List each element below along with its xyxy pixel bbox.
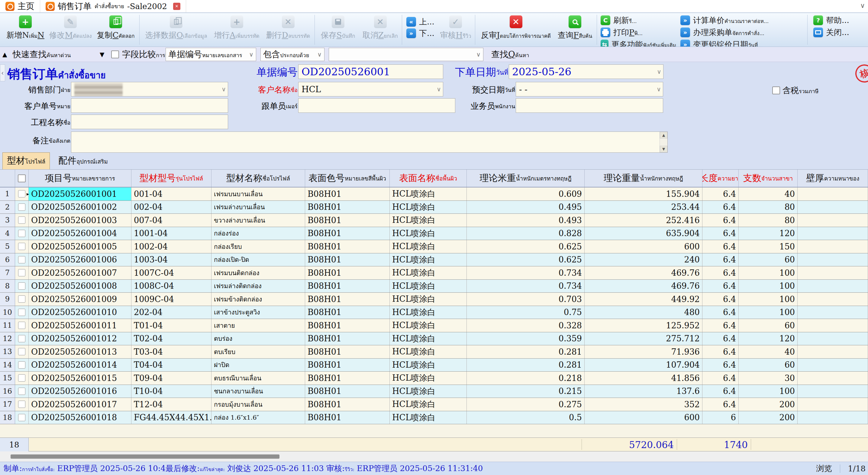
cell-qty[interactable]: 100 bbox=[739, 280, 798, 293]
create-purchase-order-button[interactable]: » 办理采购单จัดการคำสั่ง... bbox=[680, 27, 807, 38]
cell-length[interactable]: 6 bbox=[703, 411, 739, 424]
row-checkbox[interactable] bbox=[15, 293, 29, 306]
cell-model[interactable]: T01-04 bbox=[131, 319, 212, 332]
row-checkbox[interactable] bbox=[15, 254, 29, 266]
remark-scrollbar[interactable]: ▲ ▼ bbox=[659, 132, 668, 152]
cell-color[interactable]: B08H01 bbox=[305, 293, 390, 306]
cell-color[interactable]: B08H01 bbox=[305, 345, 390, 358]
cell-length[interactable]: 6.4 bbox=[703, 187, 739, 201]
table-row[interactable]: 12OD20250526001012T02-04ตบร่องB08H01HCL喷… bbox=[0, 332, 868, 346]
cell-length[interactable]: 6.4 bbox=[703, 227, 739, 240]
table-row[interactable]: 5OD202505260010051002-04กล่องเรียบB08H01… bbox=[0, 240, 868, 254]
cell-qty[interactable]: 30 bbox=[739, 372, 798, 385]
table-row[interactable]: 13OD20250526001013T03-04ตบเรียบB08H01HCL… bbox=[0, 345, 868, 359]
cancel-button[interactable]: ✕ 取消Zยกเลิก bbox=[361, 16, 399, 40]
table-row[interactable]: 18OD20250526001018FG44.45X44.45X1.2กล่อง… bbox=[0, 411, 868, 424]
table-row[interactable]: 11OD20250526001011T01-04เสาตายB08H01HCL喷… bbox=[0, 319, 868, 332]
row-checkbox[interactable] bbox=[15, 306, 29, 319]
cell-length[interactable]: 6.4 bbox=[703, 332, 739, 345]
cell-wall-thickness[interactable] bbox=[798, 280, 868, 293]
cell-name[interactable]: ตบธรณีบานเลื่อน bbox=[212, 372, 305, 385]
cell-color[interactable]: B08H01 bbox=[305, 227, 390, 240]
cell-weight[interactable]: 635.904 bbox=[585, 227, 703, 240]
table-row[interactable]: 14OD20250526001014T04-04ฝาปิดB08H01HCL喷涂… bbox=[0, 359, 868, 372]
cell-color[interactable]: B08H01 bbox=[305, 240, 390, 253]
cell-item[interactable]: OD20250526001001 bbox=[29, 187, 131, 201]
print-button[interactable]: 打印Pพิ... bbox=[600, 27, 676, 38]
cell-surface[interactable]: HCL喷涂白 bbox=[390, 254, 467, 266]
row-number[interactable]: 10 bbox=[0, 306, 15, 319]
cell-model[interactable]: 1002-04 bbox=[131, 240, 212, 253]
scroll-down-icon[interactable]: ▼ bbox=[660, 146, 668, 152]
column-header[interactable]: 长度ความยาว bbox=[703, 170, 739, 187]
cell-item[interactable]: OD20250526001016 bbox=[29, 385, 131, 398]
row-number[interactable]: 16 bbox=[0, 385, 15, 398]
cell-weight[interactable]: 600 bbox=[585, 411, 703, 424]
cell-model[interactable]: 1003-04 bbox=[131, 254, 212, 266]
cell-model[interactable]: FG44.45X44.45X1.2 bbox=[131, 411, 212, 424]
cell-weight[interactable]: 600 bbox=[585, 240, 703, 253]
cell-wall-thickness[interactable] bbox=[798, 266, 868, 279]
cell-meter-weight[interactable]: 0.328 bbox=[467, 319, 585, 332]
cell-qty[interactable]: 200 bbox=[739, 411, 798, 424]
cell-qty[interactable]: 40 bbox=[739, 187, 798, 201]
close-button[interactable]: 关闭... bbox=[813, 27, 866, 38]
cell-qty[interactable]: 100 bbox=[739, 385, 798, 398]
row-checkbox[interactable] bbox=[15, 240, 29, 253]
cell-wall-thickness[interactable] bbox=[798, 319, 868, 332]
cell-qty[interactable]: 100 bbox=[739, 266, 798, 279]
cell-color[interactable]: B08H01 bbox=[305, 372, 390, 385]
cell-meter-weight[interactable]: 0.281 bbox=[467, 345, 585, 358]
cell-meter-weight[interactable]: 0.359 bbox=[467, 332, 585, 345]
row-checkbox[interactable] bbox=[15, 359, 29, 372]
cell-weight[interactable]: 275.712 bbox=[585, 332, 703, 345]
row-number[interactable]: 1 bbox=[0, 187, 15, 201]
cell-weight[interactable]: 253.44 bbox=[585, 201, 703, 214]
cell-model[interactable]: 1001-04 bbox=[131, 227, 212, 240]
cell-item[interactable]: OD20250526001013 bbox=[29, 345, 131, 358]
tab-sales-order[interactable]: 销售订单 คำสั่งซื้อขาย -Sale2002 ✕ bbox=[40, 0, 186, 12]
cell-model[interactable]: T02-04 bbox=[131, 332, 212, 345]
tab-home[interactable]: 主页 bbox=[0, 0, 40, 12]
cell-qty[interactable]: 60 bbox=[739, 254, 798, 266]
table-row[interactable]: 4OD202505260010041001-04กล่องร่องB08H01H… bbox=[0, 227, 868, 240]
cell-meter-weight[interactable]: 0.215 bbox=[467, 385, 585, 398]
table-row[interactable]: 17OD20250526001017T12-04กรอบมุ้งบานเลื่อ… bbox=[0, 398, 868, 411]
tab-list-dropdown-icon[interactable]: ∨ bbox=[860, 2, 865, 9]
project-name-field[interactable] bbox=[71, 115, 228, 129]
cell-name[interactable]: เฟรมบนบานเลื่อน bbox=[212, 187, 305, 201]
more-functions-button[interactable]: ⇆ 更多功能ฟังก์ชันเพิ่มเติม bbox=[600, 39, 676, 47]
cell-wall-thickness[interactable] bbox=[798, 359, 868, 372]
cell-wall-thickness[interactable] bbox=[798, 411, 868, 424]
column-header[interactable]: 壁厚ความหนาของ bbox=[798, 170, 868, 187]
row-number[interactable]: 4 bbox=[0, 227, 15, 240]
cell-surface[interactable]: HCL喷涂白 bbox=[390, 240, 467, 253]
cell-color[interactable]: B08H01 bbox=[305, 306, 390, 319]
cell-weight[interactable]: 469.76 bbox=[585, 266, 703, 279]
row-checkbox[interactable] bbox=[15, 345, 29, 358]
table-row[interactable]: 2OD20250526001002002-04เฟรมล่างบานเลื่อน… bbox=[0, 201, 868, 214]
cell-name[interactable]: กล่อง 1.6″x1.6″ bbox=[212, 411, 305, 424]
cell-color[interactable]: B08H01 bbox=[305, 359, 390, 372]
cell-surface[interactable]: HCL喷涂白 bbox=[390, 372, 467, 385]
cell-length[interactable]: 6.4 bbox=[703, 240, 739, 253]
cell-length[interactable]: 6.4 bbox=[703, 306, 739, 319]
cell-surface[interactable]: HCL喷涂白 bbox=[390, 319, 467, 332]
row-number[interactable]: 13 bbox=[0, 345, 15, 358]
cell-length[interactable]: 6.4 bbox=[703, 280, 739, 293]
search-field-select[interactable]: 单据编号หมายเลขเอกสาร ∨ bbox=[165, 48, 256, 61]
cell-item[interactable]: OD20250526001005 bbox=[29, 240, 131, 253]
quick-search-dropdown-icon[interactable]: ▼ bbox=[100, 47, 104, 62]
cell-name[interactable]: ตบร่อง bbox=[212, 332, 305, 345]
cell-weight[interactable]: 240 bbox=[585, 254, 703, 266]
cell-meter-weight[interactable]: 0.5 bbox=[467, 411, 585, 424]
tab-accessory[interactable]: 配件อุปกรณ์เสริม bbox=[54, 153, 112, 169]
collapse-panel-icon[interactable]: ▲ bbox=[2, 47, 7, 62]
cell-length[interactable]: 6.4 bbox=[703, 214, 739, 227]
cell-meter-weight[interactable]: 0.734 bbox=[467, 280, 585, 293]
table-row[interactable]: 9OD202505260010091009C-04เฟรมข้างติดกล่อ… bbox=[0, 293, 868, 306]
cell-length[interactable]: 6.4 bbox=[703, 359, 739, 372]
row-checkbox[interactable] bbox=[15, 201, 29, 214]
cell-wall-thickness[interactable] bbox=[798, 214, 868, 227]
query-button[interactable]: 查询Fสืบค้น bbox=[555, 16, 595, 40]
